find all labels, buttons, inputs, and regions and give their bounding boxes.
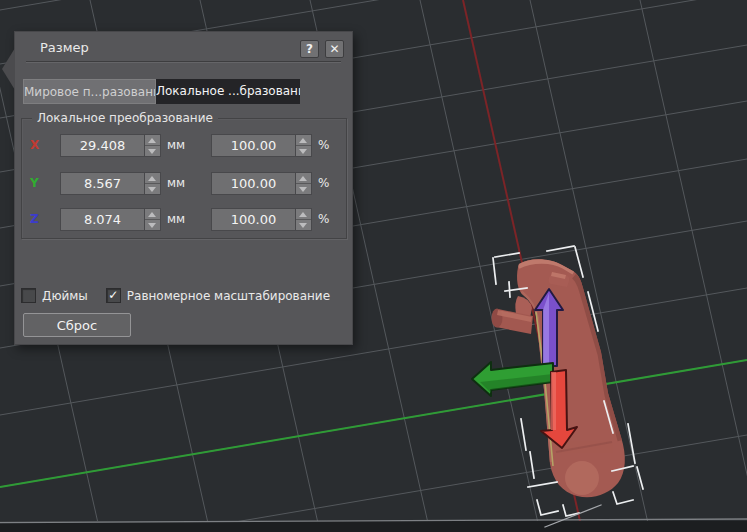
spinner-down-icon[interactable] [296, 220, 311, 230]
transform-tabs: Мировое п...разование Локальное ...бразо… [23, 79, 300, 104]
scale-spinner-y[interactable] [295, 173, 311, 194]
uniform-scaling-checkbox[interactable]: ✓ [106, 288, 121, 303]
spinner-up-icon[interactable] [296, 135, 311, 146]
spinner-down-icon[interactable] [145, 146, 160, 156]
scale-input-y[interactable]: 100.00 [211, 172, 312, 195]
gizmo-arrow-down-highlight [551, 372, 556, 430]
scale-value-z[interactable]: 100.00 [212, 209, 295, 230]
scale-input-x[interactable]: 100.00 [211, 134, 312, 157]
size-dialog: Размер ? ✕ Мировое п...разование Локальн… [14, 31, 353, 345]
unit-label-mm-x: мм [167, 138, 185, 152]
unit-label-mm-z: мм [167, 212, 185, 226]
unit-label-percent-z: % [318, 212, 329, 226]
tab-world-transform[interactable]: Мировое п...разование [23, 79, 156, 104]
size-spinner-y[interactable] [144, 173, 160, 194]
unit-label-percent-x: % [318, 138, 329, 152]
spinner-up-icon[interactable] [296, 173, 311, 184]
scale-value-x[interactable]: 100.00 [212, 135, 295, 156]
axis-label-y: Y [30, 176, 39, 190]
scale-spinner-x[interactable] [295, 135, 311, 156]
size-spinner-z[interactable] [144, 209, 160, 230]
spinner-down-icon[interactable] [296, 184, 311, 194]
scale-input-z[interactable]: 100.00 [211, 208, 312, 231]
reset-button[interactable]: Сброс [23, 313, 131, 337]
spinner-up-icon[interactable] [296, 209, 311, 220]
size-value-z[interactable]: 8.074 [61, 209, 144, 230]
spinner-down-icon[interactable] [145, 184, 160, 194]
z-row: Z 8.074 мм 100.00 % [22, 208, 346, 231]
spinner-down-icon[interactable] [296, 146, 311, 156]
help-button[interactable]: ? [300, 40, 319, 58]
dialog-titlebar: Размер ? ✕ [15, 32, 352, 61]
x-row: X 29.408 мм 100.00 % [22, 134, 346, 157]
unit-label-percent-y: % [318, 176, 329, 190]
uniform-scaling-checkbox-label: Равномерное масштабирование [127, 289, 330, 303]
inches-checkbox-label: Дюймы [42, 289, 88, 303]
size-input-y[interactable]: 8.567 [60, 172, 161, 195]
size-input-x[interactable]: 29.408 [60, 134, 161, 157]
size-spinner-x[interactable] [144, 135, 160, 156]
spinner-up-icon[interactable] [145, 173, 160, 184]
scale-value-y[interactable]: 100.00 [212, 173, 295, 194]
spinner-up-icon[interactable] [145, 135, 160, 146]
spinner-up-icon[interactable] [145, 209, 160, 220]
size-value-y[interactable]: 8.567 [61, 173, 144, 194]
options-row: Дюймы ✓ Равномерное масштабирование [21, 288, 330, 303]
y-row: Y 8.567 мм 100.00 % [22, 172, 346, 195]
size-value-x[interactable]: 29.408 [61, 135, 144, 156]
size-input-z[interactable]: 8.074 [60, 208, 161, 231]
axis-label-z: Z [30, 212, 39, 226]
scale-spinner-z[interactable] [295, 209, 311, 230]
tab-local-transform[interactable]: Локальное ...бразование [156, 79, 300, 104]
close-button[interactable]: ✕ [325, 40, 344, 58]
titlebar-divider [26, 61, 341, 63]
inches-checkbox[interactable] [21, 288, 36, 303]
dialog-title: Размер [40, 40, 89, 55]
axis-label-x: X [30, 138, 39, 152]
group-title: Локальное преобразование [32, 111, 218, 125]
dialog-pointer [2, 48, 15, 90]
unit-label-mm-y: мм [167, 176, 185, 190]
spinner-down-icon[interactable] [145, 220, 160, 230]
local-transform-group: Локальное преобразование X 29.408 мм 100… [21, 118, 347, 239]
